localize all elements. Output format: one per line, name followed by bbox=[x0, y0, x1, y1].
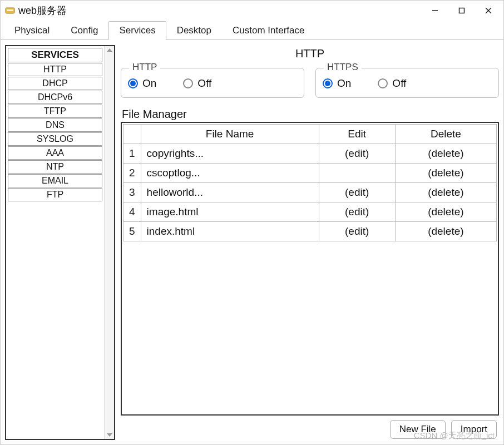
cell-filename[interactable]: copyrights... bbox=[141, 144, 319, 164]
cell-filename[interactable]: index.html bbox=[141, 222, 319, 241]
cell-edit[interactable] bbox=[319, 164, 395, 183]
cell-edit[interactable]: (edit) bbox=[319, 183, 395, 202]
col-delete: Delete bbox=[395, 125, 496, 144]
cell-filename[interactable]: cscoptlog... bbox=[141, 164, 319, 183]
sidebar: SERVICES HTTP DHCP DHCPv6 TFTP DNS SYSLO… bbox=[5, 45, 115, 440]
https-legend: HTTPS bbox=[324, 62, 362, 73]
radio-checked-icon bbox=[128, 78, 138, 88]
tab-physical[interactable]: Physical bbox=[4, 21, 60, 39]
cell-delete[interactable]: (delete) bbox=[395, 202, 496, 222]
col-rownum bbox=[123, 125, 141, 144]
tab-custom-interface[interactable]: Custom Interface bbox=[222, 21, 315, 39]
http-off-label: Off bbox=[197, 77, 211, 90]
radio-unchecked-icon bbox=[378, 78, 388, 88]
button-row: New File Import bbox=[121, 416, 499, 440]
cell-delete[interactable]: (delete) bbox=[395, 144, 496, 164]
sidebar-item-ftp[interactable]: FTP bbox=[8, 188, 102, 201]
file-table: File Name Edit Delete 1 copyrights... (e… bbox=[123, 124, 497, 241]
sidebar-item-tftp[interactable]: TFTP bbox=[8, 105, 102, 118]
sidebar-item-aaa[interactable]: AAA bbox=[8, 146, 102, 160]
sidebar-item-dhcp[interactable]: DHCP bbox=[8, 77, 102, 90]
cell-delete[interactable]: (delete) bbox=[395, 222, 496, 241]
radio-checked-icon bbox=[323, 78, 333, 88]
app-icon bbox=[5, 6, 15, 16]
http-legend: HTTP bbox=[129, 62, 160, 73]
sidebar-item-syslog[interactable]: SYSLOG bbox=[8, 132, 102, 146]
tab-config[interactable]: Config bbox=[60, 21, 108, 39]
cell-edit[interactable]: (edit) bbox=[319, 202, 395, 222]
sidebar-item-dhcpv6[interactable]: DHCPv6 bbox=[8, 91, 102, 104]
https-fieldset: HTTPS On Off bbox=[315, 68, 499, 98]
row-number: 3 bbox=[123, 183, 141, 202]
sidebar-scrollbar[interactable] bbox=[104, 46, 114, 439]
app-window: web服务器 Physical Config Services Desktop … bbox=[0, 0, 504, 445]
main-panel: HTTP HTTP On Off bbox=[117, 45, 499, 440]
https-on-radio[interactable]: On bbox=[323, 77, 351, 90]
tab-bar: Physical Config Services Desktop Custom … bbox=[1, 21, 503, 39]
http-off-radio[interactable]: Off bbox=[183, 77, 211, 90]
cell-edit[interactable]: (edit) bbox=[319, 144, 395, 164]
close-button[interactable] bbox=[476, 2, 501, 19]
table-row: 1 copyrights... (edit) (delete) bbox=[123, 144, 497, 164]
http-on-radio[interactable]: On bbox=[128, 77, 156, 90]
radio-unchecked-icon bbox=[183, 78, 193, 88]
row-number: 1 bbox=[123, 144, 141, 164]
table-row: 4 image.html (edit) (delete) bbox=[123, 202, 497, 222]
svg-rect-1 bbox=[7, 9, 13, 11]
file-manager-label: File Manager bbox=[122, 108, 499, 121]
sidebar-list: SERVICES HTTP DHCP DHCPv6 TFTP DNS SYSLO… bbox=[6, 46, 104, 439]
table-row: 5 index.html (edit) (delete) bbox=[123, 222, 497, 241]
import-button[interactable]: Import bbox=[451, 420, 497, 439]
row-number: 2 bbox=[123, 164, 141, 183]
maximize-button[interactable] bbox=[449, 2, 475, 19]
sidebar-item-email[interactable]: EMAIL bbox=[8, 174, 102, 187]
https-on-label: On bbox=[337, 77, 351, 90]
body-area: SERVICES HTTP DHCP DHCPv6 TFTP DNS SYSLO… bbox=[1, 39, 503, 444]
table-row: 2 cscoptlog... (delete) bbox=[123, 164, 497, 183]
file-manager: File Name Edit Delete 1 copyrights... (e… bbox=[121, 122, 499, 416]
window-title: web服务器 bbox=[18, 4, 67, 17]
https-off-radio[interactable]: Off bbox=[378, 77, 406, 90]
sidebar-item-ntp[interactable]: NTP bbox=[8, 160, 102, 174]
cell-filename[interactable]: helloworld... bbox=[141, 183, 319, 202]
cell-filename[interactable]: image.html bbox=[141, 202, 319, 222]
scroll-down-icon[interactable] bbox=[107, 433, 112, 437]
col-filename: File Name bbox=[141, 125, 319, 144]
cell-delete[interactable]: (delete) bbox=[395, 164, 496, 183]
https-off-label: Off bbox=[392, 77, 406, 90]
svg-rect-3 bbox=[459, 8, 465, 13]
http-fieldset: HTTP On Off bbox=[121, 68, 304, 98]
table-row: 3 helloworld... (edit) (delete) bbox=[123, 183, 497, 202]
cell-delete[interactable]: (delete) bbox=[395, 183, 496, 202]
http-on-label: On bbox=[142, 77, 156, 90]
cell-edit[interactable]: (edit) bbox=[319, 222, 395, 241]
new-file-button[interactable]: New File bbox=[390, 420, 446, 439]
scroll-up-icon[interactable] bbox=[107, 48, 112, 52]
sidebar-item-http[interactable]: HTTP bbox=[8, 63, 102, 76]
tab-desktop[interactable]: Desktop bbox=[166, 21, 222, 39]
row-number: 5 bbox=[123, 222, 141, 241]
panel-title: HTTP bbox=[121, 47, 499, 60]
tab-services[interactable]: Services bbox=[108, 21, 166, 39]
row-number: 4 bbox=[123, 202, 141, 222]
sidebar-item-dns[interactable]: DNS bbox=[8, 118, 102, 132]
col-edit: Edit bbox=[319, 125, 395, 144]
titlebar: web服务器 bbox=[1, 1, 503, 21]
minimize-button[interactable] bbox=[422, 2, 448, 19]
sidebar-header: SERVICES bbox=[8, 48, 102, 62]
